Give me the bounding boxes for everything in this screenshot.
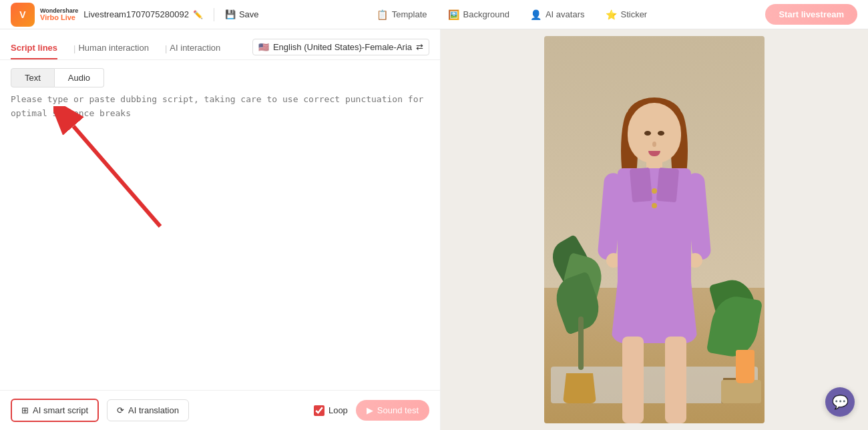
dress-button-2 <box>652 203 657 208</box>
save-icon: 💾 <box>225 9 236 19</box>
header-nav: 📋 Template 🖼️ Background 👤 AI avatars ⭐ … <box>267 9 758 20</box>
header-divider <box>214 8 214 21</box>
loop-checkbox[interactable] <box>314 405 324 416</box>
stem <box>578 316 584 370</box>
language-label: English (United States)-Female-Aria <box>273 42 412 52</box>
ai-translation-button[interactable]: ⟳ AI translation <box>107 399 189 421</box>
audio-toggle-button[interactable]: Audio <box>55 68 104 87</box>
save-button[interactable]: 💾 Save <box>225 9 259 19</box>
app-header: V Wondershare Virbo Live Livestream17070… <box>0 0 868 29</box>
start-livestream-button[interactable]: Start livestream <box>765 4 857 25</box>
ai-smart-icon: ⊞ <box>21 405 29 415</box>
avatar-head <box>628 103 681 163</box>
text-toggle-button[interactable]: Text <box>11 68 55 87</box>
language-dropdown-icon: ⇄ <box>416 42 423 52</box>
avatar-leg-left <box>622 337 644 423</box>
avatar-eye-right <box>658 131 664 136</box>
app-logo-icon: V <box>11 3 35 27</box>
dress-button-1 <box>652 188 657 194</box>
bottom-bar: ⊞ AI smart script ⟳ AI translation Loop … <box>0 390 440 430</box>
type-toggle: Text Audio <box>0 60 440 93</box>
nav-template[interactable]: 📋 Template <box>377 9 427 20</box>
chat-bubble-button[interactable]: 💬 <box>825 387 855 417</box>
tab-script-lines[interactable]: Script lines <box>11 37 57 59</box>
logo-area: V Wondershare Virbo Live Livestream17070… <box>11 3 259 27</box>
template-icon: 📋 <box>377 9 388 20</box>
tab-separator-2: | <box>165 43 167 53</box>
tab-separator-1: | <box>73 43 75 53</box>
tabs-row: Script lines | Human interaction | AI in… <box>0 29 440 60</box>
coffee-cup <box>736 350 754 383</box>
avatar-skirt <box>611 263 698 343</box>
edit-session-icon[interactable]: ✏️ <box>193 10 203 19</box>
nav-background[interactable]: 🖼️ Background <box>449 9 509 20</box>
avatar-person <box>588 103 721 423</box>
side-table <box>721 380 761 403</box>
loop-label: Loop <box>329 405 348 415</box>
avatar-leg-right <box>665 337 686 423</box>
ai-translation-icon: ⟳ <box>117 405 124 415</box>
sound-test-button[interactable]: ▶ Sound test <box>356 400 429 421</box>
dress-lapel-left <box>630 168 652 202</box>
avatar-preview-panel: 💬 <box>441 29 868 430</box>
nav-sticker[interactable]: ⭐ Sticker <box>606 9 647 20</box>
left-panel: Script lines | Human interaction | AI in… <box>0 29 441 430</box>
avatar-face <box>638 116 671 156</box>
dress-lapel-right <box>656 168 679 202</box>
sound-test-icon: ▶ <box>367 405 373 415</box>
script-textarea[interactable] <box>11 93 429 390</box>
tab-ai-interaction[interactable]: AI interaction <box>170 37 220 59</box>
avatar-eye-left <box>644 131 651 136</box>
background-icon: 🖼️ <box>449 9 459 20</box>
ai-avatars-icon: 👤 <box>531 9 541 20</box>
loop-area: Loop <box>314 405 348 416</box>
script-area <box>0 93 440 390</box>
avatar-nose <box>652 142 656 147</box>
main-content: Script lines | Human interaction | AI in… <box>0 29 868 430</box>
ai-smart-script-button[interactable]: ⊞ AI smart script <box>11 399 99 422</box>
dress-buttons <box>652 188 657 208</box>
nav-ai-avatars[interactable]: 👤 AI avatars <box>531 9 585 20</box>
avatar-mouth <box>648 151 660 156</box>
avatar-container <box>544 36 765 423</box>
session-name: Livestream1707075280092 ✏️ <box>83 9 203 19</box>
logo-bottom-text: Virbo Live <box>40 14 78 21</box>
tab-human-interaction[interactable]: Human interaction <box>78 37 149 59</box>
language-flag: 🇺🇸 <box>258 42 269 52</box>
language-selector[interactable]: 🇺🇸 English (United States)-Female-Aria ⇄ <box>252 39 429 55</box>
sticker-icon: ⭐ <box>606 9 616 20</box>
app-logo-text: Wondershare Virbo Live <box>40 8 78 21</box>
